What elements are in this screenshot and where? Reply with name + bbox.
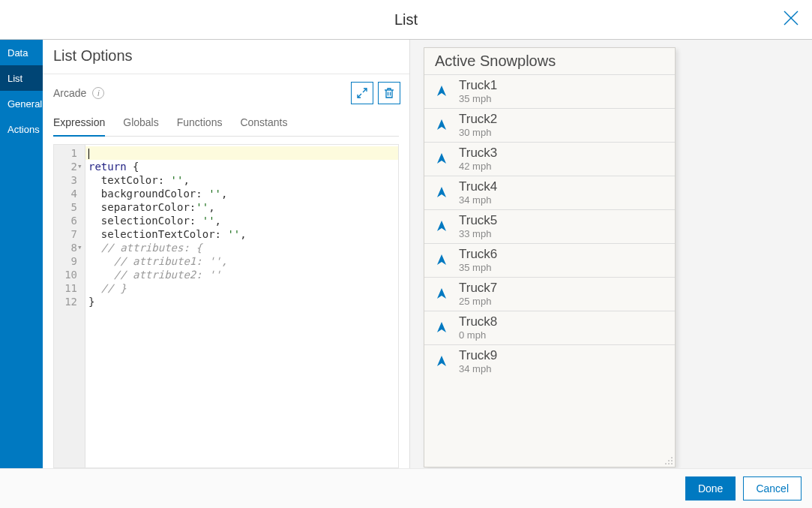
list-options-header: List Options <box>43 40 409 74</box>
list-item[interactable]: Truck342 mph <box>424 142 675 176</box>
list-item-sub: 34 mph <box>459 194 497 206</box>
delete-button[interactable] <box>378 82 400 104</box>
list-item-sub: 34 mph <box>459 363 497 375</box>
svg-line-3 <box>358 94 361 98</box>
list-item-name: Truck6 <box>459 247 497 262</box>
list-item-name: Truck9 <box>459 348 497 363</box>
preview-panel: Active Snowplows Truck135 mphTruck230 mp… <box>424 47 676 467</box>
list-item-sub: 35 mph <box>459 262 497 274</box>
arrow-up-icon <box>434 84 449 99</box>
tab-constants[interactable]: Constants <box>240 110 287 136</box>
list-item-name: Truck2 <box>459 112 497 127</box>
arrow-up-icon <box>434 287 449 302</box>
svg-point-11 <box>665 463 667 464</box>
list-item[interactable]: Truck533 mph <box>424 209 675 243</box>
tab-functions[interactable]: Functions <box>177 110 223 136</box>
list-item-sub: 30 mph <box>459 127 497 139</box>
arcade-row: Arcade i <box>43 74 409 110</box>
svg-point-9 <box>671 463 673 464</box>
tab-expression[interactable]: Expression <box>53 110 105 136</box>
list-item-sub: 0 mph <box>459 329 497 341</box>
sidebar-item-data[interactable]: Data <box>0 40 43 65</box>
list-item-name: Truck7 <box>459 281 497 296</box>
list-item-sub: 33 mph <box>459 228 497 240</box>
close-button[interactable] <box>782 9 800 27</box>
list-options-title: List Options <box>53 47 133 64</box>
list-item[interactable]: Truck230 mph <box>424 108 675 142</box>
dialog-header: List <box>0 0 812 39</box>
preview-title: Active Snowplows <box>424 48 675 74</box>
list-item[interactable]: Truck635 mph <box>424 243 675 277</box>
list-item-name: Truck4 <box>459 179 497 194</box>
svg-point-7 <box>671 460 673 461</box>
dialog-footer: Done Cancel <box>0 469 812 508</box>
dialog-title: List <box>394 11 418 29</box>
expand-editor-button[interactable] <box>351 82 373 104</box>
arrow-up-icon <box>434 118 449 133</box>
svg-point-10 <box>668 463 670 464</box>
language-label: Arcade <box>53 87 86 99</box>
sidebar-item-general[interactable]: General <box>0 91 43 116</box>
arrow-up-icon <box>434 152 449 167</box>
preview-list[interactable]: Truck135 mphTruck230 mphTruck342 mphTruc… <box>424 74 675 467</box>
arrow-up-icon <box>434 185 449 200</box>
tab-globals[interactable]: Globals <box>123 110 158 136</box>
list-item[interactable]: Truck934 mph <box>424 344 675 378</box>
editor-tabs: ExpressionGlobalsFunctionsConstants <box>53 110 399 137</box>
info-icon[interactable]: i <box>92 87 104 99</box>
settings-sidebar: DataListGeneralActions <box>0 40 43 468</box>
svg-point-6 <box>671 457 673 458</box>
list-options-panel: List Options Arcade i <box>43 40 410 468</box>
list-item[interactable]: Truck725 mph <box>424 277 675 311</box>
list-item-name: Truck5 <box>459 213 497 228</box>
list-item-name: Truck8 <box>459 314 497 329</box>
resize-grip-icon[interactable] <box>664 456 673 465</box>
arrow-up-icon <box>434 320 449 335</box>
list-item-name: Truck1 <box>459 78 497 93</box>
list-item[interactable]: Truck135 mph <box>424 74 675 108</box>
list-item-name: Truck3 <box>459 146 497 161</box>
list-item[interactable]: Truck434 mph <box>424 176 675 209</box>
arrow-up-icon <box>434 354 449 369</box>
list-item-sub: 35 mph <box>459 93 497 105</box>
done-button[interactable]: Done <box>685 476 736 500</box>
svg-point-8 <box>668 460 670 461</box>
expand-icon <box>356 87 368 99</box>
svg-line-2 <box>363 89 367 92</box>
arrow-up-icon <box>434 253 449 268</box>
sidebar-item-list[interactable]: List <box>0 65 43 91</box>
trash-icon <box>383 87 395 99</box>
close-icon <box>782 9 800 27</box>
list-item-sub: 42 mph <box>459 161 497 173</box>
preview-column: Active Snowplows Truck135 mphTruck230 mp… <box>410 40 812 468</box>
list-item[interactable]: Truck80 mph <box>424 311 675 344</box>
cancel-button[interactable]: Cancel <box>743 476 802 500</box>
code-editor[interactable]: 123456789101112 return { textColor: '', … <box>53 144 399 468</box>
arrow-up-icon <box>434 219 449 234</box>
list-item-sub: 25 mph <box>459 296 497 308</box>
sidebar-item-actions[interactable]: Actions <box>0 116 43 142</box>
